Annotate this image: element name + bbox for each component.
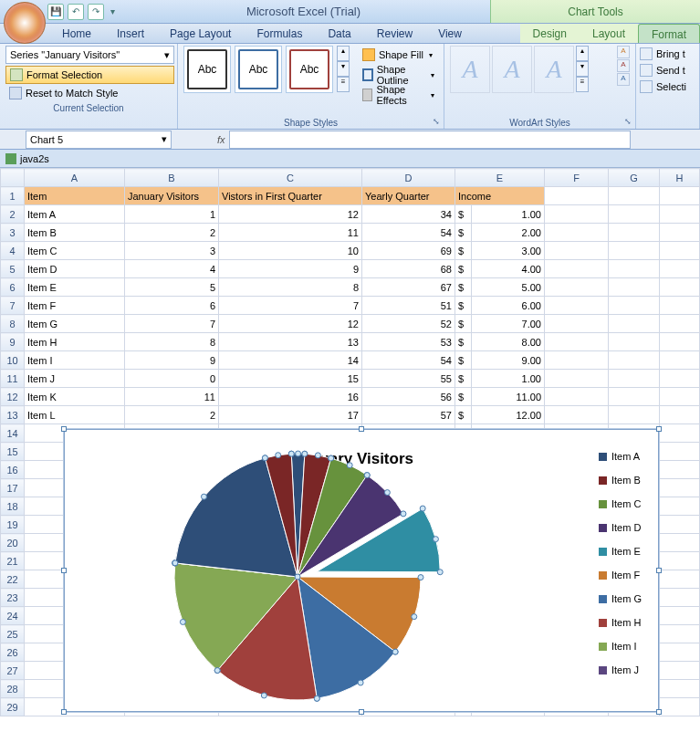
cell[interactable] — [660, 643, 700, 662]
tab-layout[interactable]: Layout — [580, 24, 638, 43]
cell[interactable]: 16 — [219, 388, 362, 406]
cell[interactable]: 8 — [125, 333, 219, 351]
selection-handle[interactable] — [214, 668, 220, 674]
selection-handle[interactable] — [418, 575, 423, 580]
cell[interactable]: 14 — [219, 351, 362, 370]
tab-design[interactable]: Design — [520, 24, 580, 43]
legend-item[interactable]: Item B — [599, 468, 642, 492]
selection-handle[interactable] — [201, 494, 206, 499]
qa-customize-icon[interactable]: ▾ — [108, 4, 117, 20]
cell[interactable]: 69 — [362, 242, 455, 260]
resize-handle[interactable] — [359, 426, 364, 432]
cell[interactable]: 52 — [362, 315, 455, 333]
cell[interactable] — [660, 662, 700, 680]
cell[interactable]: 1 — [125, 205, 219, 224]
cell[interactable] — [660, 589, 700, 607]
cell[interactable] — [609, 224, 660, 242]
row-header[interactable]: 4 — [1, 242, 25, 260]
tab-formulas[interactable]: Formulas — [244, 24, 315, 43]
row-header[interactable]: 3 — [1, 224, 25, 242]
selection-handle[interactable] — [180, 619, 185, 624]
tab-format[interactable]: Format — [638, 24, 700, 43]
cell[interactable] — [545, 406, 609, 424]
select-all[interactable] — [1, 169, 25, 187]
cell[interactable]: $ — [455, 260, 472, 278]
row-header[interactable]: 29 — [1, 698, 25, 716]
cell[interactable] — [660, 516, 700, 534]
tab-data[interactable]: Data — [315, 24, 363, 43]
selection-handle[interactable] — [392, 649, 398, 654]
fx-icon[interactable]: fx — [217, 134, 225, 145]
wordart-swatch[interactable]: A — [534, 46, 574, 93]
row-header[interactable]: 23 — [1, 589, 25, 607]
cell[interactable]: 2.00 — [472, 224, 545, 242]
shape-style-swatch[interactable]: Abc — [183, 46, 231, 93]
cell[interactable] — [660, 315, 700, 333]
selection-handle[interactable] — [172, 560, 178, 566]
cell[interactable] — [609, 406, 660, 424]
selection-handle[interactable] — [314, 695, 319, 701]
dialog-launcher-icon[interactable]: ⤡ — [622, 117, 633, 128]
gallery-spinner[interactable]: ▴▾≡ — [337, 46, 350, 93]
cell[interactable]: 9 — [219, 260, 362, 278]
legend-item[interactable]: Item F — [599, 563, 642, 587]
format-selection-button[interactable]: Format Selection — [5, 66, 174, 84]
cell[interactable]: 9 — [125, 351, 219, 370]
chart-legend[interactable]: Item AItem BItem CItem DItem EItem FItem… — [599, 444, 642, 682]
selection-handle[interactable] — [347, 463, 352, 468]
bring-to-front-button[interactable]: Bring t — [640, 46, 694, 62]
selection-handle[interactable] — [401, 511, 406, 517]
shape-style-swatch[interactable]: Abc — [235, 46, 282, 93]
table-row[interactable]: 6Item E5867$5.00 — [1, 278, 700, 297]
selection-handle[interactable] — [358, 680, 363, 685]
row-header[interactable]: 18 — [1, 497, 25, 516]
cell[interactable]: 8 — [219, 278, 362, 297]
cell[interactable] — [660, 625, 700, 643]
cell[interactable]: Yearly Quarter — [362, 187, 455, 205]
cell[interactable]: 55 — [362, 370, 455, 388]
cell[interactable]: 11.00 — [472, 388, 545, 406]
row-header[interactable]: 9 — [1, 333, 25, 351]
save-icon[interactable]: 💾 — [47, 4, 64, 20]
cell[interactable]: 34 — [362, 205, 455, 224]
row-header[interactable]: 22 — [1, 570, 25, 589]
legend-item[interactable]: Item G — [599, 587, 642, 611]
cell[interactable]: $ — [455, 315, 472, 333]
cell[interactable]: 3 — [125, 242, 219, 260]
selection-handle[interactable] — [364, 473, 370, 478]
row-header[interactable]: 8 — [1, 315, 25, 333]
cell[interactable]: Item F — [25, 297, 125, 315]
gallery-spinner[interactable]: ▴▾≡ — [576, 46, 589, 93]
cell[interactable]: 4 — [125, 260, 219, 278]
legend-item[interactable]: Item C — [599, 492, 642, 516]
cell[interactable]: $ — [455, 297, 472, 315]
office-button[interactable] — [4, 2, 46, 44]
cell[interactable]: Item G — [25, 315, 125, 333]
text-outline-icon[interactable]: A — [617, 59, 630, 72]
cell[interactable] — [609, 388, 660, 406]
cell[interactable] — [660, 424, 700, 443]
cell[interactable] — [545, 315, 609, 333]
cell[interactable] — [660, 224, 700, 242]
cell[interactable]: Item K — [25, 388, 125, 406]
formula-bar[interactable] — [229, 131, 631, 149]
table-row[interactable]: 2Item A11234$1.00 — [1, 205, 700, 224]
table-row[interactable]: 11Item J01555$1.00 — [1, 370, 700, 388]
cell[interactable]: 15 — [219, 370, 362, 388]
cell[interactable]: 12 — [219, 205, 362, 224]
cell[interactable] — [660, 607, 700, 625]
cell[interactable]: 2 — [125, 406, 219, 424]
cell[interactable]: $ — [455, 278, 472, 297]
legend-item[interactable]: Item D — [599, 516, 642, 539]
cell[interactable] — [545, 260, 609, 278]
selection-handle[interactable] — [329, 455, 334, 461]
cell[interactable] — [660, 351, 700, 370]
selection-handle[interactable] — [384, 490, 390, 496]
selection-handle[interactable] — [412, 614, 417, 620]
selection-handle[interactable] — [433, 537, 438, 542]
selection-handle[interactable] — [302, 451, 308, 456]
cell[interactable]: 2 — [125, 224, 219, 242]
cell[interactable]: 9.00 — [472, 351, 545, 370]
table-row[interactable]: 12Item K111656$11.00 — [1, 388, 700, 406]
cell[interactable] — [545, 297, 609, 315]
